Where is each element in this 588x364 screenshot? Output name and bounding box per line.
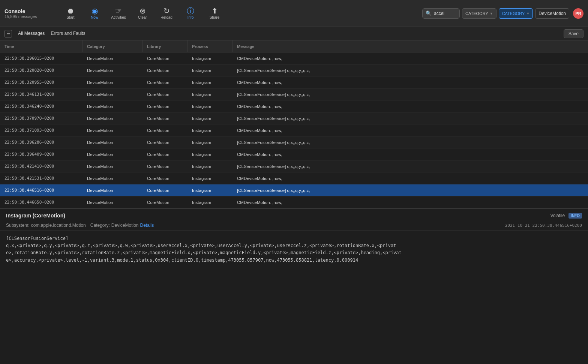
table-row[interactable]: 22:50:38.446650+0200 DeviceMotion CoreMo… xyxy=(0,196,588,208)
chevron-down-icon: ▼ xyxy=(490,12,493,15)
now-label: Now xyxy=(91,15,98,19)
tab-errors-faults[interactable]: Errors and Faults xyxy=(51,29,85,38)
cell-message: [CLSensorFusionService] q.x,,q.y,,q.z, xyxy=(232,64,588,76)
table-header: Time Category Library Process Message xyxy=(0,40,588,52)
cell-process: Instagram xyxy=(188,160,232,172)
cell-library: CoreMotion xyxy=(142,64,188,76)
cell-category: DeviceMotion xyxy=(82,76,142,88)
table-row[interactable]: 22:50:38.371093+0200 DeviceMotion CoreMo… xyxy=(0,124,588,136)
category2-label: CATEGORY xyxy=(502,11,525,16)
cell-library: CoreMotion xyxy=(142,100,188,112)
filter-area: 🔍 CATEGORY ▼ CATEGORY ▼ DeviceMotion PR xyxy=(422,8,584,19)
cell-message: [CLSensorFusionService] q.x,,q.y,,q.z, xyxy=(232,112,588,124)
cell-message: [CLSensorFusionService] q.x,,q.y,,q.z, xyxy=(232,184,588,196)
table-area: Time Category Library Process Message 22… xyxy=(0,40,588,208)
subsystem-label: Subsystem: xyxy=(6,223,30,228)
cell-process: Instagram xyxy=(188,112,232,124)
start-label: Start xyxy=(66,15,74,19)
cell-time: 22:50:38.346131+0200 xyxy=(0,88,82,100)
start-icon: ⏺ xyxy=(67,7,74,15)
detail-header: Instagram (CoreMotion) Volatile INFO xyxy=(0,209,588,221)
th-message: Message xyxy=(232,40,588,52)
table-body: 22:50:38.296015+0200 DeviceMotion CoreMo… xyxy=(0,52,588,208)
table-row[interactable]: 22:50:38.446516+0200 DeviceMotion CoreMo… xyxy=(0,184,588,196)
details-link[interactable]: Details xyxy=(140,223,154,228)
filter-bar: ☰ All Messages Errors and Faults Save xyxy=(0,27,588,40)
cell-process: Instagram xyxy=(188,88,232,100)
cell-process: Instagram xyxy=(188,136,232,148)
cell-time: 22:50:38.421410+0200 xyxy=(0,160,82,172)
activities-icon: ☞ xyxy=(115,7,122,15)
table-row[interactable]: 22:50:38.421531+0200 DeviceMotion CoreMo… xyxy=(0,172,588,184)
cell-time: 22:50:38.396286+0200 xyxy=(0,136,82,148)
table-row[interactable]: 22:50:38.320955+0200 DeviceMotion CoreMo… xyxy=(0,76,588,88)
cell-category: DeviceMotion xyxy=(82,100,142,112)
cell-category: DeviceMotion xyxy=(82,124,142,136)
reload-button[interactable]: ↻ Reload xyxy=(155,3,178,24)
cell-process: Instagram xyxy=(188,64,232,76)
reload-icon: ↻ xyxy=(164,7,170,15)
message-count: 15,595 messages xyxy=(4,14,53,19)
sidebar-toggle[interactable]: ☰ xyxy=(4,30,12,37)
th-category: Category xyxy=(82,40,142,52)
category-filter-2[interactable]: CATEGORY ▼ xyxy=(499,8,533,19)
profile-badge[interactable]: PR xyxy=(573,8,584,19)
category-filter-1[interactable]: CATEGORY ▼ xyxy=(462,8,496,19)
tab-all-messages[interactable]: All Messages xyxy=(18,29,45,38)
now-button[interactable]: ◉ Now xyxy=(83,3,106,24)
cell-time: 22:50:38.320955+0200 xyxy=(0,76,82,88)
table-row[interactable]: 22:50:38.396286+0200 DeviceMotion CoreMo… xyxy=(0,136,588,148)
cell-library: CoreMotion xyxy=(142,76,188,88)
cell-time: 22:50:38.346240+0200 xyxy=(0,100,82,112)
clear-button[interactable]: ⊗ Clear xyxy=(131,3,154,24)
table-row[interactable]: 22:50:38.370970+0200 DeviceMotion CoreMo… xyxy=(0,112,588,124)
cell-library: CoreMotion xyxy=(142,184,188,196)
cell-process: Instagram xyxy=(188,100,232,112)
cell-message: CMDeviceMotion: ,now, xyxy=(232,148,588,160)
cell-library: CoreMotion xyxy=(142,172,188,184)
table-row[interactable]: 22:50:38.346240+0200 DeviceMotion CoreMo… xyxy=(0,100,588,112)
search-icon: 🔍 xyxy=(426,10,432,16)
cell-process: Instagram xyxy=(188,76,232,88)
th-time: Time xyxy=(0,40,82,52)
cell-time: 22:50:38.421531+0200 xyxy=(0,172,82,184)
share-label: Share xyxy=(210,15,220,19)
cell-message: [CLSensorFusionService] q.x,,q.y,,q.z, xyxy=(232,160,588,172)
cell-time: 22:50:38.371093+0200 xyxy=(0,124,82,136)
category-value: DeviceMotion xyxy=(111,223,139,228)
share-button[interactable]: ⬆ Share xyxy=(203,3,226,24)
cell-library: CoreMotion xyxy=(142,148,188,160)
profile-initials: PR xyxy=(575,11,581,16)
start-button[interactable]: ⏺ Start xyxy=(59,3,82,24)
table-row[interactable]: 22:50:38.296015+0200 DeviceMotion CoreMo… xyxy=(0,52,588,64)
cell-message: CMDeviceMotion: ,now, xyxy=(232,100,588,112)
table-row[interactable]: 22:50:38.421410+0200 DeviceMotion CoreMo… xyxy=(0,160,588,172)
device-motion-label: DeviceMotion xyxy=(538,11,566,16)
search-input[interactable] xyxy=(434,11,456,16)
chevron-down-icon-2: ▼ xyxy=(526,12,530,15)
cell-category: DeviceMotion xyxy=(82,184,142,196)
table-row[interactable]: 22:50:38.346131+0200 DeviceMotion CoreMo… xyxy=(0,88,588,100)
table-row[interactable]: 22:50:38.320820+0200 DeviceMotion CoreMo… xyxy=(0,64,588,76)
reload-label: Reload xyxy=(160,15,172,19)
info-button[interactable]: ⓘ Info xyxy=(179,3,202,24)
info-badge: INFO xyxy=(568,213,582,219)
category1-label: CATEGORY xyxy=(465,11,488,16)
clear-label: Clear xyxy=(138,15,147,19)
cell-process: Instagram xyxy=(188,124,232,136)
save-button[interactable]: Save xyxy=(564,29,584,38)
cell-message: [CLSensorFusionService] q.x,,q.y,,q.z, xyxy=(232,88,588,100)
cell-category: DeviceMotion xyxy=(82,52,142,64)
volatile-label: Volatile xyxy=(550,213,565,218)
cell-time: 22:50:38.370970+0200 xyxy=(0,112,82,124)
device-motion-value: DeviceMotion xyxy=(535,8,569,19)
cell-process: Instagram xyxy=(188,52,232,64)
detail-timestamp: 2021-10-21 22:50:38.446516+0200 xyxy=(505,223,582,228)
cell-library: CoreMotion xyxy=(142,160,188,172)
now-icon: ◉ xyxy=(92,7,98,15)
detail-meta-right: Volatile INFO xyxy=(550,213,582,219)
table-row[interactable]: 22:50:38.396409+0200 DeviceMotion CoreMo… xyxy=(0,148,588,160)
cell-library: CoreMotion xyxy=(142,88,188,100)
activities-button[interactable]: ☞ Activities xyxy=(107,3,130,24)
cell-library: CoreMotion xyxy=(142,124,188,136)
